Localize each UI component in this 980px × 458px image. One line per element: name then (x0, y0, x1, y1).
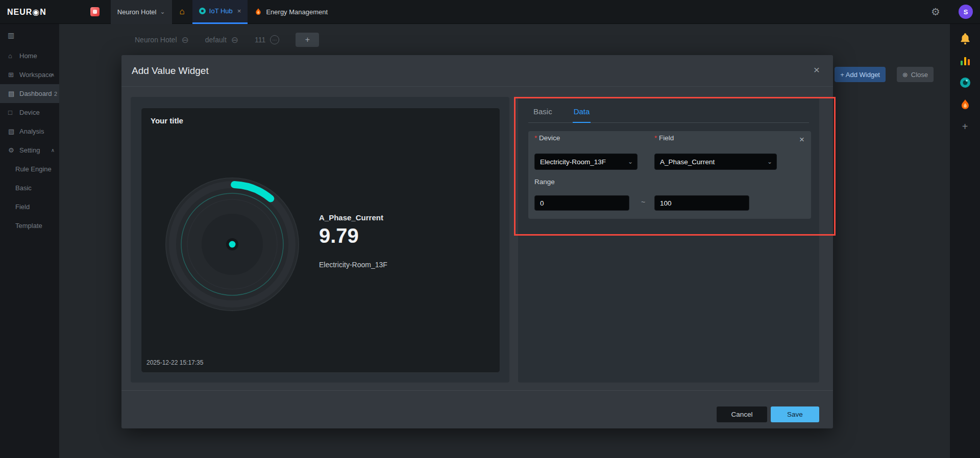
dashboard-badge: 2 (54, 91, 57, 97)
modal-close-icon[interactable]: × (814, 64, 820, 75)
sidebar-item-label: Device (19, 109, 40, 116)
sidebar-item-setting[interactable]: ⚙ Setting ∧ (0, 141, 59, 160)
energy-tab-label: Energy Management (266, 8, 328, 16)
iot-hub-app-icon[interactable] (959, 76, 972, 89)
modal-title: Add Value Widget (132, 65, 209, 77)
dashboard-tab-111[interactable]: 111 ⋯ (255, 35, 279, 44)
sidebar-item-home[interactable]: ⌂ Home (0, 46, 59, 65)
dashboard-tab-label: 111 (255, 36, 265, 44)
add-dashboard-tab-button[interactable]: + (296, 33, 319, 47)
dashboard-tab-bar: Neuron Hotel ⊖ default ⊖ 111 ⋯ + (135, 32, 319, 48)
required-asterisk: * (534, 134, 537, 142)
field-label: *Field (654, 134, 674, 142)
sidebar-item-analysis[interactable]: ▧ Analysis (0, 122, 59, 141)
notifications-bell-icon[interactable] (959, 32, 972, 45)
top-bar: NEUR◉N Neuron Hotel ⌄ ⌂ IoT Hub × Energy… (0, 0, 980, 24)
sidebar-item-rule-engine[interactable]: Rule Engine (0, 160, 59, 179)
sidebar-item-label: Home (19, 52, 37, 60)
collapse-icon: ▥ (8, 31, 14, 39)
tab-iot-hub[interactable]: IoT Hub × (192, 0, 248, 24)
tab-basic[interactable]: Basic (532, 104, 553, 122)
dashboard-tab-label: default (205, 36, 227, 44)
close-tab-icon[interactable]: × (237, 7, 241, 15)
gauge-value: 9.79 (319, 224, 387, 247)
neuron-logo: NEUR◉N (7, 7, 46, 17)
sidebar-collapse-button[interactable]: ▥ (0, 24, 59, 46)
sidebar-item-label: Workspace (19, 71, 53, 79)
sidebar-item-label: Field (15, 203, 30, 211)
sidebar-item-dashboard[interactable]: ▤ Dashboard 2 (0, 84, 59, 103)
user-avatar[interactable]: S (959, 5, 973, 19)
gauge-chart (156, 168, 309, 321)
sidebar-item-label: Dashboard (19, 90, 52, 97)
field-select[interactable]: A_Phase_Current ⌄ (654, 154, 777, 170)
chevron-up-icon: ∧ (51, 72, 55, 78)
config-panel: Basic Data *Device *Field × Electricity-… (518, 97, 819, 383)
workspace-tab-label: Neuron Hotel (117, 8, 157, 16)
dashboard-tab-neuron-hotel[interactable]: Neuron Hotel ⊖ (135, 35, 189, 45)
remove-field-button[interactable]: × (799, 135, 804, 144)
chevron-down-icon: ⌄ (767, 158, 772, 165)
modal-footer-divider (121, 390, 833, 391)
close-edit-button[interactable]: ⊗ Close (897, 67, 934, 82)
circle-minus-icon[interactable]: ⊖ (182, 35, 189, 45)
tab-energy-management[interactable]: Energy Management (248, 0, 334, 24)
timestamp: 2025-12-22 15:17:35 (146, 359, 203, 366)
range-min-input[interactable] (534, 195, 629, 211)
dashboard-tab-default[interactable]: default ⊖ (205, 35, 238, 45)
close-button-label: Close (911, 71, 928, 79)
field-name-text: A_Phase_Current (319, 213, 387, 222)
add-value-widget-modal: Add Value Widget × Your title (121, 55, 833, 428)
iot-hub-icon (199, 8, 206, 14)
sidebar-item-label: Template (15, 222, 42, 230)
device-label-text: Device (539, 134, 560, 142)
circle-minus-icon[interactable]: ⊖ (231, 35, 238, 45)
close-circle-icon: ⊗ (902, 71, 908, 79)
device-select[interactable]: Electricity-Room_13F ⌄ (534, 154, 638, 170)
sidebar-item-label: Basic (15, 184, 32, 192)
energy-flame-icon[interactable] (959, 98, 972, 111)
chevron-down-icon: ⌄ (628, 158, 633, 165)
settings-gear-icon[interactable]: ⚙ (931, 6, 940, 18)
data-source-card: *Device *Field × Electricity-Room_13F ⌄ … (528, 131, 811, 219)
save-button[interactable]: Save (771, 406, 819, 422)
right-app-rail: + (950, 24, 980, 458)
apps-icon[interactable] (90, 7, 100, 16)
sidebar-item-workspace[interactable]: ⊞ Workspace ∧ (0, 65, 59, 84)
device-label: *Device (534, 134, 560, 142)
sidebar-item-label: Analysis (19, 128, 44, 135)
range-max-input[interactable] (654, 195, 749, 211)
workspace-icon: ⊞ (8, 71, 17, 79)
config-tabs: Basic Data (528, 104, 809, 123)
sidebar-item-template[interactable]: Template (0, 216, 59, 235)
field-select-value: A_Phase_Current (660, 158, 715, 166)
gauge-info: A_Phase_Current 9.79 Electricity-Room_13… (319, 213, 387, 269)
home-icon: ⌂ (180, 7, 185, 17)
required-asterisk: * (654, 134, 657, 142)
flame-icon (254, 7, 262, 16)
left-sidebar: ▥ ⌂ Home ⊞ Workspace ∧ ▤ Dashboard 2 □ D… (0, 24, 59, 458)
range-tilde: ~ (641, 198, 645, 206)
dashboard-icon: ▤ (8, 90, 17, 97)
chevron-down-icon: ⌄ (160, 8, 165, 15)
dashboard-tab-label: Neuron Hotel (135, 36, 177, 44)
analytics-app-icon[interactable] (959, 54, 972, 67)
main-content: Neuron Hotel ⊖ default ⊖ 111 ⋯ + + Add W… (59, 24, 950, 458)
device-select-value: Electricity-Room_13F (540, 158, 606, 166)
modal-header: Add Value Widget × (121, 55, 833, 87)
tab-data[interactable]: Data (573, 104, 591, 123)
add-widget-button[interactable]: + Add Widget (835, 67, 886, 82)
home-icon: ⌂ (8, 52, 17, 60)
sidebar-item-device[interactable]: □ Device (0, 103, 59, 122)
add-app-icon[interactable]: + (959, 120, 972, 133)
chevron-up-icon: ∧ (51, 147, 55, 153)
tab-workspace-selector[interactable]: Neuron Hotel ⌄ (111, 0, 172, 24)
sidebar-item-field[interactable]: Field (0, 197, 59, 216)
widget-title: Your title (151, 116, 183, 125)
more-options-icon[interactable]: ⋯ (270, 35, 279, 44)
sidebar-item-basic[interactable]: Basic (0, 179, 59, 197)
sidebar-item-label: Rule Engine (15, 165, 52, 173)
cancel-button[interactable]: Cancel (717, 406, 767, 422)
field-label-text: Field (659, 134, 674, 142)
tab-home[interactable]: ⌂ (172, 0, 192, 24)
